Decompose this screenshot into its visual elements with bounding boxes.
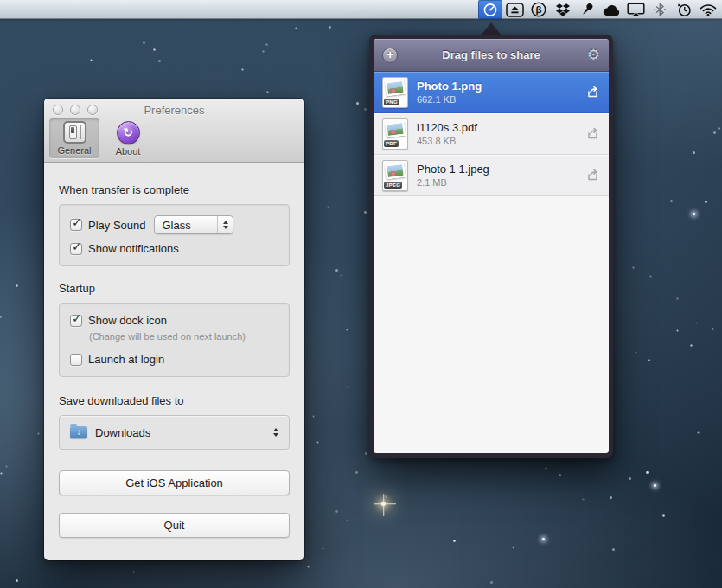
play-sound-label: Play Sound [88, 219, 146, 232]
popover-frame: + Drag files to share ⚙ PNG Photo 1.png … [369, 35, 613, 458]
tab-general[interactable]: General [49, 118, 99, 158]
beta-icon[interactable]: β [527, 0, 551, 19]
file-name: i1120s 3.pdf [417, 121, 585, 134]
star [654, 484, 656, 487]
transfer-groupbox: ✓ Play Sound Glass ✓ Show notifications [59, 204, 290, 266]
file-size: 2.1 MB [417, 177, 585, 188]
star [693, 213, 695, 215]
pin-icon[interactable] [575, 0, 599, 19]
bright-star [381, 502, 386, 506]
quit-button[interactable]: Quit [59, 513, 290, 538]
show-notifications-label: Show notifications [88, 242, 179, 255]
star [542, 538, 545, 540]
status-icon-area: β [478, 0, 720, 19]
time-machine-icon[interactable] [672, 0, 696, 19]
stepper-icon [268, 416, 278, 449]
wifi-icon[interactable] [696, 0, 720, 19]
popover-title: Drag files to share [442, 48, 540, 61]
file-name: Photo 1 1.jpeg [417, 163, 585, 176]
file-type-badge: JPEG [384, 182, 402, 189]
drop-zone[interactable] [374, 196, 609, 453]
play-sound-checkbox[interactable]: ✓ [70, 219, 82, 231]
add-file-button[interactable]: + [382, 48, 398, 63]
cloud-icon[interactable] [599, 0, 623, 19]
file-row[interactable]: PDF i1120s 3.pdf 453.8 KB [374, 113, 609, 155]
popover-header: + Drag files to share ⚙ [374, 39, 609, 72]
airplay-icon[interactable] [623, 0, 648, 19]
startup-groupbox: ✓ Show dock icon (Change will be used on… [59, 303, 290, 377]
bluetooth-icon[interactable] [648, 0, 672, 19]
file-type-badge: PDF [384, 140, 399, 147]
app-timer-icon[interactable] [478, 0, 502, 19]
show-dock-icon-checkbox[interactable]: ✓ [70, 315, 82, 327]
file-thumbnail-icon: JPEG [382, 160, 408, 191]
section-label-transfer: When transfer is complete [59, 183, 290, 196]
dropbox-icon[interactable] [551, 0, 575, 19]
stepper-icon [217, 216, 228, 233]
file-thumbnail-icon: PNG [382, 77, 408, 108]
section-label-save: Save downloaded files to [59, 394, 290, 407]
download-folder-select[interactable]: ↓ Downloads [59, 415, 290, 450]
switch-icon [63, 121, 86, 144]
share-icon[interactable] [585, 126, 600, 141]
launch-at-login-label: Launch at login [88, 353, 164, 366]
get-ios-app-button[interactable]: Get iOS Application [59, 470, 290, 495]
file-row[interactable]: JPEG Photo 1 1.jpeg 2.1 MB [374, 155, 609, 196]
show-notifications-checkbox[interactable]: ✓ [70, 243, 82, 255]
share-icon[interactable] [585, 168, 600, 182]
downloads-folder-icon: ↓ [70, 426, 87, 438]
gear-icon[interactable]: ⚙ [587, 46, 600, 65]
file-type-badge: PNG [384, 99, 399, 105]
launch-at-login-checkbox[interactable] [70, 354, 82, 366]
file-size: 662.1 KB [417, 94, 585, 105]
dock-icon-note: (Change will be used on next launch) [89, 331, 278, 342]
svg-text:β: β [535, 4, 541, 15]
share-popover: + Drag files to share ⚙ PNG Photo 1.png … [369, 22, 613, 458]
eject-icon[interactable] [502, 0, 527, 19]
file-row[interactable]: PNG Photo 1.png 662.1 KB [374, 72, 609, 113]
popover-arrow [481, 22, 502, 35]
tab-about[interactable]: ↻ About [103, 118, 153, 158]
preferences-toolbar: General ↻ About [49, 118, 153, 158]
file-size: 453.8 KB [417, 136, 585, 146]
sound-select[interactable]: Glass [154, 215, 233, 234]
window-title: Preferences [44, 104, 304, 117]
section-label-startup: Startup [59, 282, 290, 295]
window-titlebar[interactable]: Preferences General ↻ About [44, 99, 304, 163]
share-icon[interactable] [585, 85, 600, 99]
preferences-window: Preferences General ↻ About When transfe… [44, 99, 304, 560]
menu-bar: β [0, 0, 722, 19]
about-icon: ↻ [117, 121, 140, 144]
show-dock-icon-label: Show dock icon [88, 314, 167, 327]
file-name: Photo 1.png [417, 80, 585, 93]
file-thumbnail-icon: PDF [382, 118, 408, 150]
